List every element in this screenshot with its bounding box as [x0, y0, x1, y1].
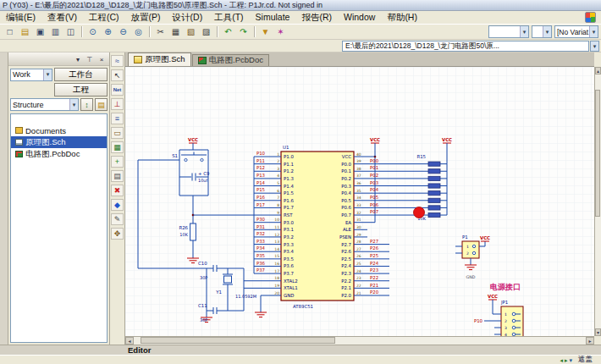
workspace-button[interactable]: 工作台 [54, 68, 108, 81]
menu-item[interactable]: Simulate [250, 11, 296, 24]
mask-next-icon[interactable]: ▸ [565, 357, 568, 363]
structure-combo[interactable]: Structure▾ [10, 98, 79, 111]
toolbar-separator [217, 26, 218, 37]
menu-item[interactable]: 放置(P) [125, 11, 167, 24]
panel-dropdown-icon[interactable]: ▾ [73, 54, 83, 64]
toolbar-icons: □▤▣▥◫⊙⊕⊖◎✂▦▧▨↶↷▼✶ [3, 25, 288, 39]
probe-tool-icon[interactable]: ◆ [111, 199, 124, 211]
rubber-stamp-icon[interactable]: ▨ [199, 25, 213, 39]
svg-text:C11: C11 [198, 303, 207, 308]
variant-combo[interactable]: [No Variat▾ [554, 25, 598, 38]
panel-pin-icon[interactable]: ⊤ [85, 54, 95, 64]
scroll-down-icon[interactable]: ▾ [595, 328, 601, 336]
svg-text:32: 32 [356, 211, 361, 215]
cursor-tool-icon[interactable]: ↖ [111, 69, 124, 81]
delete-tool-icon[interactable]: ✖ [111, 185, 124, 196]
cut-icon[interactable]: ✂ [153, 25, 168, 39]
menu-item[interactable]: 查看(V) [41, 11, 83, 24]
workspace-combo[interactable]: Work▾ [10, 69, 52, 81]
dxp-logo-icon[interactable] [585, 12, 596, 23]
svg-text:P30: P30 [256, 217, 266, 222]
title-bar[interactable]: P (Y03) - E:\最后的2021\D128_\D128_\龙门电路图50… [0, 0, 601, 11]
net-label-tool-icon[interactable]: Net [111, 84, 124, 96]
menu-item[interactable]: 编辑(E) [0, 11, 41, 24]
zoom-all-icon[interactable]: ◎ [131, 25, 146, 39]
vscroll-track[interactable] [595, 74, 601, 328]
open-folder-icon[interactable]: ▤ [95, 98, 108, 111]
project-button[interactable]: 工程 [54, 83, 108, 97]
redo-icon[interactable]: ↷ [236, 25, 251, 39]
tree-item[interactable]: Documents [11, 124, 107, 136]
power-port-tool-icon[interactable]: ⊥ [111, 98, 124, 110]
draw-tool-icon: ✎ [114, 215, 121, 223]
wiring-tool-icon[interactable]: ≈ [111, 55, 124, 67]
tab-sch[interactable]: 原理图.Sch [128, 52, 191, 66]
vertical-scrollbar[interactable]: ▴ ▾ [594, 67, 601, 336]
hscroll-track[interactable] [134, 337, 586, 345]
svg-text:2: 2 [466, 251, 469, 256]
open-icon[interactable]: ▤ [18, 25, 32, 39]
svg-text:P26: P26 [370, 245, 379, 251]
scroll-left-icon[interactable]: ◂ [125, 337, 134, 345]
caption-power-interface: 电源接口 [490, 283, 521, 291]
save-icon[interactable]: ▣ [33, 25, 47, 39]
mask-dropdown-icon[interactable]: ▾ [569, 357, 572, 363]
document-path[interactable]: E:\最后的2021\D128_\D128_\龙门电路图50\原... [342, 41, 589, 52]
svg-text:28: 28 [356, 240, 361, 244]
svg-text:P1: P1 [462, 234, 468, 240]
svg-text:P2.0: P2.0 [341, 293, 351, 298]
path-dropdown-button[interactable]: ▾ [590, 41, 599, 52]
sheet-symbol-tool-icon[interactable]: ▦ [111, 141, 124, 153]
undo-icon[interactable]: ↶ [221, 25, 235, 39]
new-document-icon[interactable]: □ [3, 25, 17, 39]
zoom-out-icon[interactable]: ⊖ [116, 25, 130, 39]
paste-icon[interactable]: ▧ [184, 25, 198, 39]
pan-tool-icon[interactable]: ✥ [111, 228, 124, 240]
scroll-right-icon[interactable]: ▸ [586, 337, 594, 345]
tree-item[interactable]: 电路图.PcbDoc [11, 148, 107, 160]
svg-text:7: 7 [277, 196, 279, 200]
copy-icon[interactable]: ▦ [168, 25, 183, 39]
bus-tool-icon[interactable]: ≡ [111, 113, 124, 124]
filter-icon[interactable]: ▼ [258, 25, 273, 39]
grid-tool-icon[interactable]: ▤ [111, 170, 124, 182]
schematic-svg[interactable]: U1AT89C511P1.02P1.13P1.24P1.35P1.46P1.57… [125, 67, 594, 336]
svg-text:PSEN: PSEN [339, 234, 351, 240]
component-mcu-u1[interactable]: U1AT89C511P1.02P1.13P1.24P1.35P1.46P1.57… [267, 145, 367, 309]
horizontal-scrollbar[interactable]: ◂ ▸ [125, 336, 594, 345]
tab-pcb[interactable]: 电路图.PcbDoc [192, 54, 269, 66]
schematic-canvas[interactable]: U1AT89C511P1.02P1.13P1.24P1.35P1.46P1.57… [125, 67, 594, 336]
print-preview-icon[interactable]: ◫ [63, 25, 78, 39]
part-tool-icon[interactable]: ▭ [111, 127, 124, 139]
scroll-up-icon[interactable]: ▴ [595, 67, 601, 74]
menu-item[interactable]: 帮助(H) [381, 11, 423, 24]
toolbar-combo-1[interactable]: ▾ [488, 25, 529, 38]
mask-label[interactable]: 遮盖 [578, 355, 593, 364]
menu-item[interactable]: 报告(R) [295, 11, 338, 24]
junction-tool-icon[interactable]: + [111, 156, 124, 168]
print-icon[interactable]: ▥ [48, 25, 63, 39]
menu-item[interactable]: Window [338, 11, 381, 24]
vscroll-thumb[interactable] [595, 90, 600, 217]
tree-item[interactable]: 原理图.Sch [11, 136, 107, 148]
cross-probe-icon[interactable]: ✶ [273, 25, 288, 39]
svg-text:P15: P15 [256, 187, 265, 192]
zoom-window-icon[interactable]: ⊙ [85, 25, 100, 39]
chevron-down-icon: ▾ [43, 69, 52, 80]
svg-text:17: 17 [274, 269, 279, 273]
hscroll-thumb[interactable] [141, 337, 335, 344]
svg-text:37: 37 [356, 174, 361, 178]
svg-text:P2.7: P2.7 [341, 242, 351, 247]
menu-item[interactable]: 工具(T) [208, 11, 249, 24]
menu-item[interactable]: 工程(C) [83, 11, 125, 24]
menu-item[interactable]: 设计(D) [167, 11, 209, 24]
panel-close-icon[interactable]: × [96, 54, 107, 64]
sort-button-icon[interactable]: ↕ [80, 98, 93, 111]
svg-text:30P: 30P [200, 317, 207, 323]
svg-text:XTAL1: XTAL1 [284, 285, 298, 290]
draw-tool-icon[interactable]: ✎ [111, 213, 124, 225]
variant-combo-value: [No Variat [557, 28, 588, 36]
mask-prev-icon[interactable]: ◂ [560, 357, 563, 363]
toolbar-combo-2[interactable]: ▾ [532, 25, 552, 38]
zoom-in-icon[interactable]: ⊕ [101, 25, 115, 39]
